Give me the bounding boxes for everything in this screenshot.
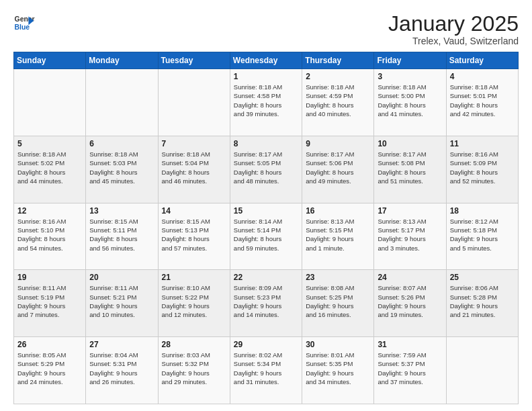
day-number: 31 [378,340,442,349]
day-number: 12 [17,206,82,216]
day-number: 14 [162,206,226,216]
day-info: Sunrise: 8:11 AM Sunset: 5:19 PM Dayligh… [17,283,82,319]
day-info: Sunrise: 8:13 AM Sunset: 5:15 PM Dayligh… [306,217,370,253]
day-number: 30 [306,340,370,349]
day-info: Sunrise: 8:18 AM Sunset: 5:01 PM Dayligh… [450,83,515,118]
table-row: 16Sunrise: 8:13 AM Sunset: 5:15 PM Dayli… [302,203,374,270]
table-row: 28Sunrise: 8:03 AM Sunset: 5:32 PM Dayli… [158,337,230,404]
day-info: Sunrise: 8:18 AM Sunset: 4:59 PM Dayligh… [306,83,370,118]
table-row: 29Sunrise: 8:02 AM Sunset: 5:34 PM Dayli… [230,337,302,404]
day-number: 7 [162,139,226,148]
day-info: Sunrise: 8:17 AM Sunset: 5:08 PM Dayligh… [378,150,442,185]
col-monday: Monday [86,52,158,69]
day-info: Sunrise: 8:18 AM Sunset: 5:00 PM Dayligh… [378,83,442,118]
table-row: 27Sunrise: 8:04 AM Sunset: 5:31 PM Dayli… [86,337,158,404]
table-row: 21Sunrise: 8:10 AM Sunset: 5:22 PM Dayli… [158,270,230,337]
day-number: 3 [378,72,442,81]
calendar-subtitle: Trelex, Vaud, Switzerland [388,36,519,46]
calendar-week-row: 19Sunrise: 8:11 AM Sunset: 5:19 PM Dayli… [14,270,519,337]
day-info: Sunrise: 8:15 AM Sunset: 5:13 PM Dayligh… [162,217,226,253]
day-info: Sunrise: 8:16 AM Sunset: 5:10 PM Dayligh… [17,217,82,253]
table-row: 13Sunrise: 8:15 AM Sunset: 5:11 PM Dayli… [86,203,158,270]
day-info: Sunrise: 8:18 AM Sunset: 4:58 PM Dayligh… [234,83,298,118]
day-info: Sunrise: 8:18 AM Sunset: 5:03 PM Dayligh… [89,150,154,185]
day-info: Sunrise: 8:04 AM Sunset: 5:31 PM Dayligh… [89,351,154,386]
calendar-header-row: Sunday Monday Tuesday Wednesday Thursday… [14,52,519,69]
day-number: 19 [17,273,82,282]
col-saturday: Saturday [446,52,518,69]
day-number: 22 [234,273,298,282]
table-row: 1Sunrise: 8:18 AM Sunset: 4:58 PM Daylig… [230,69,302,136]
header: General Blue January 2025 Trelex, Vaud, … [13,12,519,46]
table-row: 14Sunrise: 8:15 AM Sunset: 5:13 PM Dayli… [158,203,230,270]
col-wednesday: Wednesday [230,52,302,69]
day-number: 10 [378,139,442,148]
day-number: 24 [378,273,442,282]
col-friday: Friday [374,52,446,69]
day-info: Sunrise: 8:14 AM Sunset: 5:14 PM Dayligh… [234,217,298,253]
table-row: 6Sunrise: 8:18 AM Sunset: 5:03 PM Daylig… [86,136,158,203]
table-row [158,69,230,136]
table-row: 7Sunrise: 8:18 AM Sunset: 5:04 PM Daylig… [158,136,230,203]
day-number: 11 [450,139,515,148]
calendar-week-row: 5Sunrise: 8:18 AM Sunset: 5:02 PM Daylig… [14,136,519,203]
day-number: 1 [234,72,298,81]
calendar-week-row: 1Sunrise: 8:18 AM Sunset: 4:58 PM Daylig… [14,69,519,136]
table-row: 19Sunrise: 8:11 AM Sunset: 5:19 PM Dayli… [14,270,86,337]
col-thursday: Thursday [302,52,374,69]
table-row: 12Sunrise: 8:16 AM Sunset: 5:10 PM Dayli… [14,203,86,270]
day-number: 27 [89,340,154,349]
day-info: Sunrise: 8:05 AM Sunset: 5:29 PM Dayligh… [17,351,82,386]
table-row: 24Sunrise: 8:07 AM Sunset: 5:26 PM Dayli… [374,270,446,337]
day-number: 9 [306,139,370,148]
day-info: Sunrise: 8:03 AM Sunset: 5:32 PM Dayligh… [162,351,226,386]
table-row: 31Sunrise: 7:59 AM Sunset: 5:37 PM Dayli… [374,337,446,404]
day-number: 5 [17,139,82,148]
calendar-week-row: 12Sunrise: 8:16 AM Sunset: 5:10 PM Dayli… [14,203,519,270]
day-number: 2 [306,72,370,81]
table-row: 3Sunrise: 8:18 AM Sunset: 5:00 PM Daylig… [374,69,446,136]
day-info: Sunrise: 8:15 AM Sunset: 5:11 PM Dayligh… [89,217,154,253]
day-number: 21 [162,273,226,282]
title-block: January 2025 Trelex, Vaud, Switzerland [388,12,519,46]
day-info: Sunrise: 8:17 AM Sunset: 5:05 PM Dayligh… [234,150,298,185]
day-number: 25 [450,273,515,282]
day-number: 23 [306,273,370,282]
table-row: 8Sunrise: 8:17 AM Sunset: 5:05 PM Daylig… [230,136,302,203]
table-row: 23Sunrise: 8:08 AM Sunset: 5:25 PM Dayli… [302,270,374,337]
table-row: 9Sunrise: 8:17 AM Sunset: 5:06 PM Daylig… [302,136,374,203]
table-row: 2Sunrise: 8:18 AM Sunset: 4:59 PM Daylig… [302,69,374,136]
day-info: Sunrise: 8:07 AM Sunset: 5:26 PM Dayligh… [378,283,442,319]
calendar-title: January 2025 [388,12,519,36]
table-row [86,69,158,136]
col-sunday: Sunday [14,52,86,69]
table-row: 26Sunrise: 8:05 AM Sunset: 5:29 PM Dayli… [14,337,86,404]
table-row: 5Sunrise: 8:18 AM Sunset: 5:02 PM Daylig… [14,136,86,203]
day-number: 17 [378,206,442,216]
day-number: 29 [234,340,298,349]
day-number: 6 [89,139,154,148]
day-info: Sunrise: 8:12 AM Sunset: 5:18 PM Dayligh… [450,217,515,253]
day-info: Sunrise: 8:06 AM Sunset: 5:28 PM Dayligh… [450,283,515,319]
day-info: Sunrise: 8:02 AM Sunset: 5:34 PM Dayligh… [234,351,298,386]
day-info: Sunrise: 8:18 AM Sunset: 5:02 PM Dayligh… [17,150,82,185]
day-number: 20 [89,273,154,282]
col-tuesday: Tuesday [158,52,230,69]
table-row: 20Sunrise: 8:11 AM Sunset: 5:21 PM Dayli… [86,270,158,337]
table-row: 17Sunrise: 8:13 AM Sunset: 5:17 PM Dayli… [374,203,446,270]
day-number: 15 [234,206,298,216]
table-row: 15Sunrise: 8:14 AM Sunset: 5:14 PM Dayli… [230,203,302,270]
table-row [446,337,518,404]
logo-icon: General Blue [13,12,35,34]
day-info: Sunrise: 8:08 AM Sunset: 5:25 PM Dayligh… [306,283,370,319]
table-row: 30Sunrise: 8:01 AM Sunset: 5:35 PM Dayli… [302,337,374,404]
day-info: Sunrise: 8:13 AM Sunset: 5:17 PM Dayligh… [378,217,442,253]
day-number: 28 [162,340,226,349]
day-info: Sunrise: 7:59 AM Sunset: 5:37 PM Dayligh… [378,351,442,386]
page: General Blue January 2025 Trelex, Vaud, … [0,0,532,411]
table-row: 25Sunrise: 8:06 AM Sunset: 5:28 PM Dayli… [446,270,518,337]
day-number: 4 [450,72,515,81]
day-info: Sunrise: 8:17 AM Sunset: 5:06 PM Dayligh… [306,150,370,185]
table-row: 4Sunrise: 8:18 AM Sunset: 5:01 PM Daylig… [446,69,518,136]
day-number: 8 [234,139,298,148]
